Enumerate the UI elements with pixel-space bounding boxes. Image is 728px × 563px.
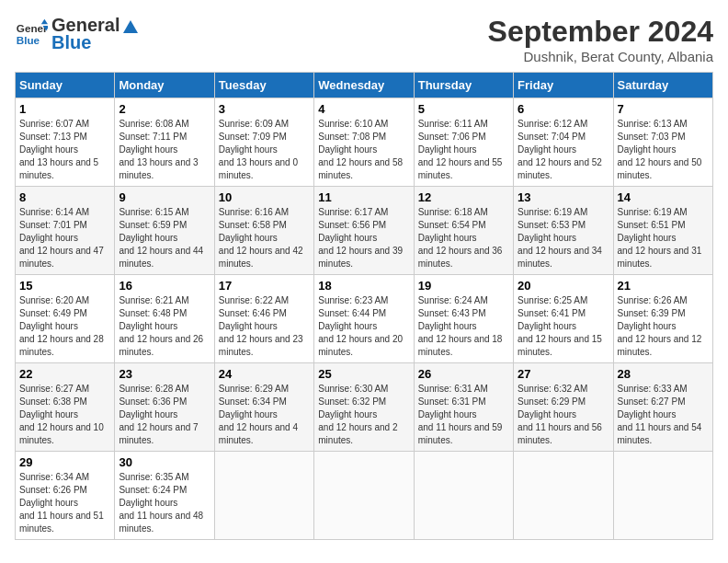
calendar-cell: 17 Sunrise: 6:22 AM Sunset: 6:46 PM Dayl… (214, 275, 313, 363)
calendar-body: 1 Sunrise: 6:07 AM Sunset: 7:13 PM Dayli… (16, 98, 713, 540)
day-info: Sunrise: 6:13 AM Sunset: 7:03 PM Dayligh… (618, 118, 709, 182)
day-info: Sunrise: 6:35 AM Sunset: 6:24 PM Dayligh… (119, 471, 210, 535)
day-info: Sunrise: 6:17 AM Sunset: 6:56 PM Dayligh… (318, 206, 409, 270)
day-number: 13 (518, 190, 609, 204)
day-info: Sunrise: 6:24 AM Sunset: 6:43 PM Dayligh… (418, 294, 509, 359)
day-info: Sunrise: 6:15 AM Sunset: 6:59 PM Dayligh… (119, 206, 210, 270)
day-number: 23 (119, 367, 210, 381)
day-info: Sunrise: 6:23 AM Sunset: 6:44 PM Dayligh… (318, 294, 409, 359)
day-number: 25 (318, 367, 409, 381)
calendar-week-row: 29 Sunrise: 6:34 AM Sunset: 6:26 PM Dayl… (16, 452, 713, 540)
day-info: Sunrise: 6:21 AM Sunset: 6:48 PM Dayligh… (119, 294, 210, 359)
day-info: Sunrise: 6:11 AM Sunset: 7:06 PM Dayligh… (418, 118, 509, 182)
day-number: 22 (19, 367, 110, 381)
day-info: Sunrise: 6:19 AM Sunset: 6:53 PM Dayligh… (518, 206, 609, 270)
calendar-cell: 22 Sunrise: 6:27 AM Sunset: 6:38 PM Dayl… (16, 363, 115, 452)
calendar-cell: 5 Sunrise: 6:11 AM Sunset: 7:06 PM Dayli… (414, 98, 513, 187)
day-info: Sunrise: 6:14 AM Sunset: 7:01 PM Dayligh… (19, 206, 110, 270)
page-header: General Blue General Blue September 2024… (15, 15, 713, 64)
logo-icon: General Blue (15, 17, 48, 51)
day-info: Sunrise: 6:18 AM Sunset: 6:54 PM Dayligh… (418, 206, 509, 270)
day-number: 10 (219, 190, 310, 204)
day-info: Sunrise: 6:31 AM Sunset: 6:31 PM Dayligh… (418, 383, 509, 447)
day-info: Sunrise: 6:34 AM Sunset: 6:26 PM Dayligh… (19, 471, 110, 535)
day-number: 27 (518, 367, 609, 381)
weekday-header-thursday: Thursday (414, 73, 513, 98)
day-number: 5 (418, 102, 509, 116)
weekday-header-sunday: Sunday (16, 73, 115, 98)
calendar-cell: 21 Sunrise: 6:26 AM Sunset: 6:39 PM Dayl… (613, 275, 712, 363)
day-number: 11 (318, 190, 409, 204)
calendar-cell: 6 Sunrise: 6:12 AM Sunset: 7:04 PM Dayli… (514, 98, 613, 187)
svg-text:Blue: Blue (17, 34, 40, 46)
calendar-cell: 25 Sunrise: 6:30 AM Sunset: 6:32 PM Dayl… (314, 363, 414, 452)
weekday-header-tuesday: Tuesday (214, 73, 313, 98)
day-info: Sunrise: 6:25 AM Sunset: 6:41 PM Dayligh… (518, 294, 609, 359)
day-info: Sunrise: 6:16 AM Sunset: 6:58 PM Dayligh… (219, 206, 310, 270)
calendar-cell: 1 Sunrise: 6:07 AM Sunset: 7:13 PM Dayli… (16, 98, 115, 187)
calendar-cell: 27 Sunrise: 6:32 AM Sunset: 6:29 PM Dayl… (514, 363, 613, 452)
day-info: Sunrise: 6:28 AM Sunset: 6:36 PM Dayligh… (119, 383, 210, 447)
day-info: Sunrise: 6:27 AM Sunset: 6:38 PM Dayligh… (19, 383, 110, 447)
day-info: Sunrise: 6:29 AM Sunset: 6:34 PM Dayligh… (219, 383, 310, 447)
day-info: Sunrise: 6:08 AM Sunset: 7:11 PM Dayligh… (119, 118, 210, 182)
day-info: Sunrise: 6:32 AM Sunset: 6:29 PM Dayligh… (518, 383, 609, 447)
day-info: Sunrise: 6:30 AM Sunset: 6:32 PM Dayligh… (318, 383, 409, 447)
day-number: 29 (19, 455, 110, 469)
day-number: 24 (219, 367, 310, 381)
calendar-cell: 4 Sunrise: 6:10 AM Sunset: 7:08 PM Dayli… (314, 98, 414, 187)
location-title: Dushnik, Berat County, Albania (488, 49, 713, 64)
day-number: 26 (418, 367, 509, 381)
day-info: Sunrise: 6:22 AM Sunset: 6:46 PM Dayligh… (219, 294, 310, 359)
day-number: 9 (119, 190, 210, 204)
day-number: 19 (418, 279, 509, 293)
day-number: 15 (19, 279, 110, 293)
calendar-cell: 24 Sunrise: 6:29 AM Sunset: 6:34 PM Dayl… (214, 363, 313, 452)
calendar-cell: 12 Sunrise: 6:18 AM Sunset: 6:54 PM Dayl… (414, 187, 513, 275)
svg-marker-4 (123, 20, 138, 33)
calendar-cell: 20 Sunrise: 6:25 AM Sunset: 6:41 PM Dayl… (514, 275, 613, 363)
calendar-cell (613, 452, 712, 540)
calendar-cell: 28 Sunrise: 6:33 AM Sunset: 6:27 PM Dayl… (613, 363, 712, 452)
calendar-cell: 23 Sunrise: 6:28 AM Sunset: 6:36 PM Dayl… (115, 363, 214, 452)
day-number: 30 (119, 455, 210, 469)
day-number: 17 (219, 279, 310, 293)
day-number: 28 (618, 367, 709, 381)
calendar-cell: 15 Sunrise: 6:20 AM Sunset: 6:49 PM Dayl… (16, 275, 115, 363)
calendar-cell: 26 Sunrise: 6:31 AM Sunset: 6:31 PM Dayl… (414, 363, 513, 452)
calendar-cell: 14 Sunrise: 6:19 AM Sunset: 6:51 PM Dayl… (613, 187, 712, 275)
day-number: 7 (618, 102, 709, 116)
day-number: 1 (19, 102, 110, 116)
weekday-header-wednesday: Wednesday (314, 73, 414, 98)
weekday-header-saturday: Saturday (613, 73, 712, 98)
day-number: 4 (318, 102, 409, 116)
calendar-cell: 19 Sunrise: 6:24 AM Sunset: 6:43 PM Dayl… (414, 275, 513, 363)
logo: General Blue General Blue (15, 15, 140, 53)
day-number: 16 (119, 279, 210, 293)
day-number: 21 (618, 279, 709, 293)
calendar-cell (214, 452, 313, 540)
calendar-header-row: SundayMondayTuesdayWednesdayThursdayFrid… (16, 73, 713, 98)
day-number: 8 (19, 190, 110, 204)
day-info: Sunrise: 6:33 AM Sunset: 6:27 PM Dayligh… (618, 383, 709, 447)
day-info: Sunrise: 6:09 AM Sunset: 7:09 PM Dayligh… (219, 118, 310, 182)
day-number: 6 (518, 102, 609, 116)
calendar-cell: 8 Sunrise: 6:14 AM Sunset: 7:01 PM Dayli… (16, 187, 115, 275)
weekday-header-monday: Monday (115, 73, 214, 98)
day-info: Sunrise: 6:19 AM Sunset: 6:51 PM Dayligh… (618, 206, 709, 270)
day-info: Sunrise: 6:20 AM Sunset: 6:49 PM Dayligh… (19, 294, 110, 359)
day-number: 18 (318, 279, 409, 293)
calendar-week-row: 22 Sunrise: 6:27 AM Sunset: 6:38 PM Dayl… (16, 363, 713, 452)
calendar-cell: 29 Sunrise: 6:34 AM Sunset: 6:26 PM Dayl… (16, 452, 115, 540)
calendar-week-row: 8 Sunrise: 6:14 AM Sunset: 7:01 PM Dayli… (16, 187, 713, 275)
calendar-week-row: 1 Sunrise: 6:07 AM Sunset: 7:13 PM Dayli… (16, 98, 713, 187)
day-number: 20 (518, 279, 609, 293)
day-number: 2 (119, 102, 210, 116)
calendar-cell: 3 Sunrise: 6:09 AM Sunset: 7:09 PM Dayli… (214, 98, 313, 187)
day-number: 12 (418, 190, 509, 204)
weekday-header-friday: Friday (514, 73, 613, 98)
day-info: Sunrise: 6:12 AM Sunset: 7:04 PM Dayligh… (518, 118, 609, 182)
calendar-cell (314, 452, 414, 540)
calendar-cell (514, 452, 613, 540)
title-block: September 2024 Dushnik, Berat County, Al… (488, 15, 713, 64)
